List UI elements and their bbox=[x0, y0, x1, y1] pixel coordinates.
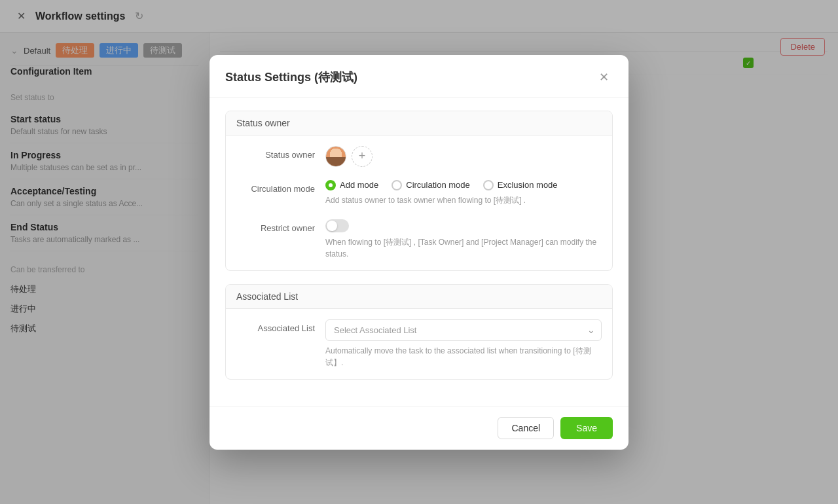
restrict-field: When flowing to [待测试] , [Task Owner] and… bbox=[325, 219, 602, 260]
circulation-label: Circulation mode bbox=[236, 180, 315, 194]
status-owner-section: Status owner Status owner + bbox=[225, 111, 613, 271]
add-owner-button[interactable]: + bbox=[352, 146, 373, 167]
restrict-hint: When flowing to [待测试] , [Task Owner] and… bbox=[325, 236, 602, 260]
modal-close-button[interactable]: ✕ bbox=[594, 68, 613, 86]
owner-field: + bbox=[325, 146, 602, 167]
restrict-label: Restrict owner bbox=[236, 219, 315, 233]
toggle-knob bbox=[327, 221, 337, 231]
save-button[interactable]: Save bbox=[560, 417, 613, 439]
cancel-button[interactable]: Cancel bbox=[498, 417, 554, 439]
associated-list-body: Associated List Select Associated List A… bbox=[226, 309, 612, 379]
list-label: Associated List bbox=[236, 319, 315, 333]
modal-overlay: Status Settings (待测试) ✕ Status owner Sta… bbox=[0, 0, 838, 504]
status-settings-modal: Status Settings (待测试) ✕ Status owner Sta… bbox=[210, 55, 628, 450]
list-hint: Automatically move the task to the assoc… bbox=[325, 345, 602, 369]
list-select[interactable]: Select Associated List bbox=[325, 319, 602, 341]
restrict-toggle[interactable] bbox=[325, 219, 349, 232]
circulation-hint: Add status owner to task owner when flow… bbox=[325, 194, 602, 206]
associated-list-header: Associated List bbox=[226, 285, 612, 309]
radio-add-mode[interactable]: Add mode bbox=[325, 180, 378, 190]
restrict-form-row: Restrict owner When flowing to [待测试] , [… bbox=[236, 219, 602, 260]
modal-body: Status owner Status owner + bbox=[210, 98, 628, 406]
modal-title: Status Settings (待测试) bbox=[225, 69, 357, 85]
radio-group: Add mode Circulation mode bbox=[325, 180, 602, 190]
radio-circulation-circle bbox=[392, 180, 402, 190]
radio-exclusion-label: Exclusion mode bbox=[498, 180, 558, 190]
circulation-form-row: Circulation mode Add mode bbox=[236, 180, 602, 206]
status-owner-body: Status owner + Circulation mode bbox=[226, 135, 612, 270]
owner-label: Status owner bbox=[236, 146, 315, 160]
radio-add-circle bbox=[325, 180, 336, 190]
avatar bbox=[325, 146, 346, 167]
modal-footer: Cancel Save bbox=[210, 406, 628, 450]
list-field: Select Associated List Automatically mov… bbox=[325, 319, 602, 369]
radio-circulation-label: Circulation mode bbox=[406, 180, 470, 190]
associated-list-section: Associated List Associated List Select A… bbox=[225, 284, 613, 380]
avatar-row: + bbox=[325, 146, 602, 167]
radio-exclusion-circle bbox=[483, 180, 494, 190]
circulation-field: Add mode Circulation mode bbox=[325, 180, 602, 206]
list-form-row: Associated List Select Associated List A… bbox=[236, 319, 602, 369]
status-owner-header: Status owner bbox=[226, 111, 612, 135]
list-select-wrapper: Select Associated List bbox=[325, 319, 602, 341]
radio-circulation-mode[interactable]: Circulation mode bbox=[392, 180, 470, 190]
radio-exclusion-mode[interactable]: Exclusion mode bbox=[483, 180, 558, 190]
radio-add-label: Add mode bbox=[340, 180, 378, 190]
owner-form-row: Status owner + bbox=[236, 146, 602, 167]
modal-header: Status Settings (待测试) ✕ bbox=[210, 55, 628, 98]
